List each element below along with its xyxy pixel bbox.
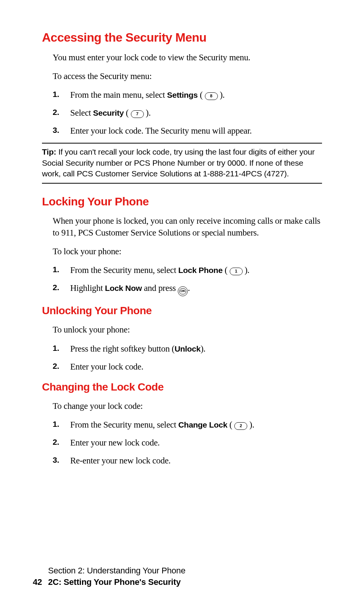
heading-accessing-security-menu: Accessing the Security Menu bbox=[42, 31, 322, 45]
key-8-icon: 8 bbox=[205, 92, 218, 100]
para-lead: To unlock your phone: bbox=[53, 324, 322, 336]
step-item: From the main menu, select Settings ( 8 … bbox=[53, 89, 322, 101]
paren-close: ). bbox=[201, 344, 206, 354]
tip-text: If you can't recall your lock code, try … bbox=[42, 147, 315, 178]
step-item: Press the right softkey button (Unlock). bbox=[53, 343, 322, 355]
step-item: Enter your new lock code. bbox=[53, 437, 322, 449]
paren-close: ). bbox=[247, 420, 254, 429]
step-bold: Security bbox=[93, 108, 124, 117]
para-lead: To access the Security menu: bbox=[53, 70, 322, 82]
step-text: From the Security menu, select bbox=[70, 420, 178, 429]
para-intro: When your phone is locked, you can only … bbox=[53, 215, 322, 239]
footer-page-line: 422C: Setting Your Phone's Security bbox=[33, 577, 322, 587]
heading-changing-lock-code: Changing the Lock Code bbox=[42, 381, 322, 393]
step-bold: Unlock bbox=[174, 344, 200, 353]
tip-label: Tip: bbox=[42, 147, 58, 156]
paren-open: ( bbox=[227, 420, 234, 429]
step-item: Re-enter your new lock code. bbox=[53, 455, 322, 467]
step-bold: Lock Phone bbox=[178, 266, 222, 274]
paren-open: ( bbox=[222, 265, 229, 275]
key-2-icon: 2 bbox=[234, 422, 247, 430]
step-text: Highlight bbox=[70, 283, 105, 293]
step-item: Enter your lock code. bbox=[53, 361, 322, 373]
paren-close: ). bbox=[243, 265, 250, 275]
paren-open: ( bbox=[124, 108, 130, 118]
steps-changing: From the Security menu, select Change Lo… bbox=[53, 419, 322, 467]
page-number: 42 bbox=[33, 577, 48, 587]
step-item: From the Security menu, select Lock Phon… bbox=[53, 264, 322, 276]
step-bold: Change Lock bbox=[178, 420, 227, 429]
para-intro: You must enter your lock code to view th… bbox=[53, 52, 322, 63]
steps-unlocking: Press the right softkey button (Unlock).… bbox=[53, 343, 322, 373]
step-item: Highlight Lock Now and press OK. bbox=[53, 282, 322, 296]
step-text: From the main menu, select bbox=[70, 90, 167, 100]
paren-close: ). bbox=[218, 90, 225, 100]
tip-block: Tip: If you can't recall your lock code,… bbox=[42, 143, 322, 184]
step-item: Select Security ( 7 ). bbox=[53, 107, 322, 119]
step-bold: Lock Now bbox=[105, 284, 142, 292]
step-text: Select bbox=[70, 108, 93, 118]
steps-locking: From the Security menu, select Lock Phon… bbox=[53, 264, 322, 296]
paren-open: ( bbox=[198, 90, 205, 100]
para-lead: To change your lock code: bbox=[53, 400, 322, 412]
step-item: From the Security menu, select Change Lo… bbox=[53, 419, 322, 431]
step-item: Enter your lock code. The Security menu … bbox=[53, 125, 322, 137]
step-text: Press the right softkey button ( bbox=[70, 344, 174, 354]
step-text: . bbox=[188, 283, 190, 293]
steps-accessing: From the main menu, select Settings ( 8 … bbox=[53, 89, 322, 137]
page-footer: Section 2: Understanding Your Phone 422C… bbox=[33, 566, 322, 587]
step-text: and press bbox=[142, 283, 178, 293]
paren-close: ). bbox=[144, 108, 151, 118]
key-7-icon: 7 bbox=[131, 110, 144, 118]
key-1-icon: 1 bbox=[230, 268, 243, 275]
ok-key-icon: OK bbox=[178, 286, 188, 296]
heading-locking-phone: Locking Your Phone bbox=[42, 195, 322, 208]
footer-section-label: Section 2: Understanding Your Phone bbox=[48, 566, 322, 576]
footer-chapter: 2C: Setting Your Phone's Security bbox=[48, 577, 180, 587]
step-bold: Settings bbox=[167, 90, 198, 99]
heading-unlocking-phone: Unlocking Your Phone bbox=[42, 305, 322, 317]
step-text: From the Security menu, select bbox=[70, 265, 178, 275]
para-lead: To lock your phone: bbox=[53, 245, 322, 257]
